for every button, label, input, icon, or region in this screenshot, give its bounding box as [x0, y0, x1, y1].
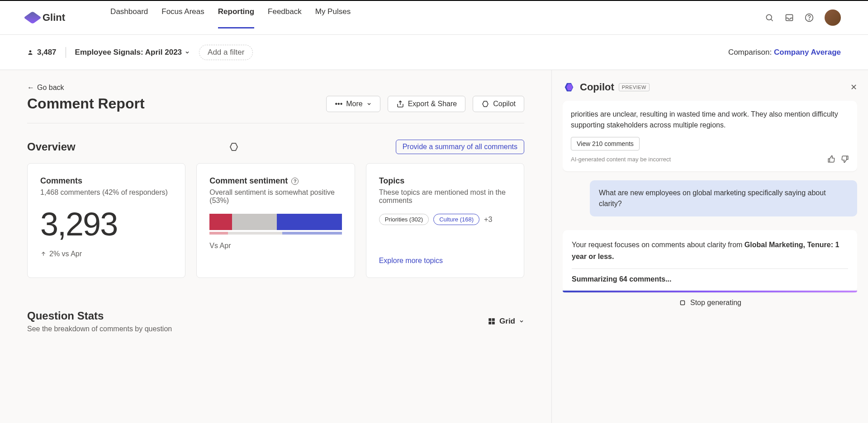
filter-bar: 3,487 Employee Signals: April 2023 Add a…	[0, 35, 868, 70]
overview-title: Overview	[27, 141, 76, 153]
nav-focus-areas[interactable]: Focus Areas	[161, 7, 204, 28]
comments-delta: 2% vs Apr	[40, 250, 172, 258]
topic-pill-priorities[interactable]: Priorities (302)	[379, 214, 429, 225]
user-query: What are new employees on global marketi…	[590, 180, 857, 216]
svg-rect-9	[492, 322, 495, 324]
divider	[27, 123, 524, 123]
generating-prefix: Your request focuses on comments about c…	[572, 241, 745, 249]
view-comments-button[interactable]: View 210 comments	[571, 137, 640, 150]
add-filter-button[interactable]: Add a filter	[199, 45, 253, 60]
count-value: 3,487	[37, 48, 57, 57]
nav-dashboard[interactable]: Dashboard	[110, 7, 148, 28]
help-icon[interactable]	[805, 13, 814, 22]
chevron-down-icon	[366, 101, 372, 107]
stop-icon	[678, 299, 687, 307]
more-button[interactable]: ••• More	[326, 96, 380, 112]
topics-title: Topics	[379, 176, 511, 186]
comparison-display: Comparison: Company Average	[728, 48, 841, 57]
main-nav: Dashboard Focus Areas Reporting Feedback…	[110, 7, 351, 28]
summary-all-button[interactable]: Provide a summary of all comments	[396, 140, 524, 154]
comparison-link[interactable]: Company Average	[774, 48, 841, 56]
ai-response-text: priorities are unclear, resulting in was…	[571, 109, 849, 131]
topics-card: Topics These topics are mentioned most i…	[366, 163, 524, 278]
survey-name: Employee Signals: April 2023	[75, 48, 182, 57]
thumbs-down-icon[interactable]	[841, 155, 849, 163]
svg-rect-7	[492, 318, 495, 321]
logo[interactable]: Glint	[27, 12, 65, 24]
svg-rect-10	[681, 301, 685, 305]
info-icon[interactable]: ?	[291, 178, 299, 185]
svg-line-1	[771, 19, 773, 21]
divider	[572, 268, 848, 269]
pos-bar-prev	[282, 232, 342, 235]
delta-text: 2% vs Apr	[49, 250, 82, 258]
copilot-button[interactable]: Copilot	[473, 96, 524, 112]
explore-topics-link[interactable]: Explore more topics	[379, 257, 511, 265]
topic-pill-culture[interactable]: Culture (168)	[433, 214, 479, 225]
neg-bar-prev	[209, 232, 228, 235]
svg-point-4	[809, 19, 810, 20]
export-label: Export & Share	[408, 100, 457, 108]
copilot-panel: Copilot PREVIEW ✕ priorities are unclear…	[551, 70, 868, 423]
nav-feedback[interactable]: Feedback	[268, 7, 302, 28]
generating-text: Your request focuses on comments about c…	[572, 239, 848, 262]
chevron-down-icon	[185, 50, 190, 55]
copilot-icon	[481, 100, 489, 108]
svg-point-0	[766, 14, 772, 20]
question-stats-sub: See the breakdown of comments by questio…	[27, 325, 172, 333]
go-back-label: Go back	[37, 84, 64, 92]
question-stats-title: Question Stats	[27, 310, 172, 322]
summarizing-text: Summarizing 64 comments...	[572, 275, 848, 283]
sentiment-card: Comment sentiment ? Overall sentiment is…	[196, 163, 355, 278]
svg-point-5	[29, 50, 32, 52]
sentiment-chart	[209, 214, 342, 235]
divider	[66, 47, 66, 58]
search-icon[interactable]	[765, 13, 774, 22]
ai-generating: Your request focuses on comments about c…	[563, 230, 857, 292]
comments-card: Comments 1,468 commenters (42% of respon…	[27, 163, 185, 278]
view-label: Grid	[499, 317, 515, 326]
respondent-count: 3,487	[27, 48, 57, 57]
neu-bar-prev	[228, 232, 282, 235]
comments-count: 3,293	[40, 206, 172, 243]
thumbs-up-icon[interactable]	[827, 155, 835, 163]
main-header: Glint Dashboard Focus Areas Reporting Fe…	[0, 0, 868, 35]
stop-generating-button[interactable]: Stop generating	[563, 292, 857, 313]
chevron-down-icon	[519, 319, 524, 324]
logo-icon	[24, 11, 42, 24]
arrow-up-icon	[40, 251, 47, 257]
view-toggle[interactable]: Grid	[488, 317, 524, 326]
svg-rect-8	[489, 322, 491, 324]
more-label: More	[346, 100, 362, 108]
share-icon	[396, 100, 404, 108]
sentiment-vs: Vs Apr	[209, 242, 342, 250]
copilot-label: Copilot	[493, 100, 516, 108]
inbox-icon[interactable]	[785, 13, 794, 22]
survey-selector[interactable]: Employee Signals: April 2023	[75, 48, 190, 57]
main-content: ← Go back Comment Report ••• More Export…	[0, 70, 551, 423]
topics-more[interactable]: +3	[484, 216, 492, 224]
neu-bar	[232, 214, 277, 230]
ai-response: priorities are unclear, resulting in was…	[563, 101, 857, 171]
ellipsis-icon: •••	[335, 100, 342, 108]
close-icon[interactable]: ✕	[850, 82, 857, 92]
sentiment-sub: Overall sentiment is somewhat positive (…	[209, 188, 342, 205]
stop-label: Stop generating	[690, 299, 741, 307]
nav-my-pulses[interactable]: My Pulses	[315, 7, 351, 28]
nav-reporting[interactable]: Reporting	[218, 7, 254, 28]
copilot-icon	[228, 141, 239, 152]
topics-sub: These topics are mentioned most in the c…	[379, 188, 511, 205]
copilot-title: Copilot	[580, 81, 614, 93]
user-avatar[interactable]	[825, 9, 841, 26]
arrow-left-icon: ←	[27, 84, 34, 92]
grid-icon	[488, 317, 496, 325]
go-back-link[interactable]: ← Go back	[27, 84, 524, 92]
preview-badge: PREVIEW	[619, 83, 650, 91]
person-icon	[27, 49, 33, 56]
export-share-button[interactable]: Export & Share	[388, 96, 466, 112]
sentiment-title: Comment sentiment	[209, 176, 288, 186]
brand-name: Glint	[43, 12, 65, 24]
copilot-logo-icon	[563, 81, 575, 94]
comments-title: Comments	[40, 176, 172, 186]
ai-disclaimer: AI-generated content may be incorrect	[571, 156, 671, 163]
